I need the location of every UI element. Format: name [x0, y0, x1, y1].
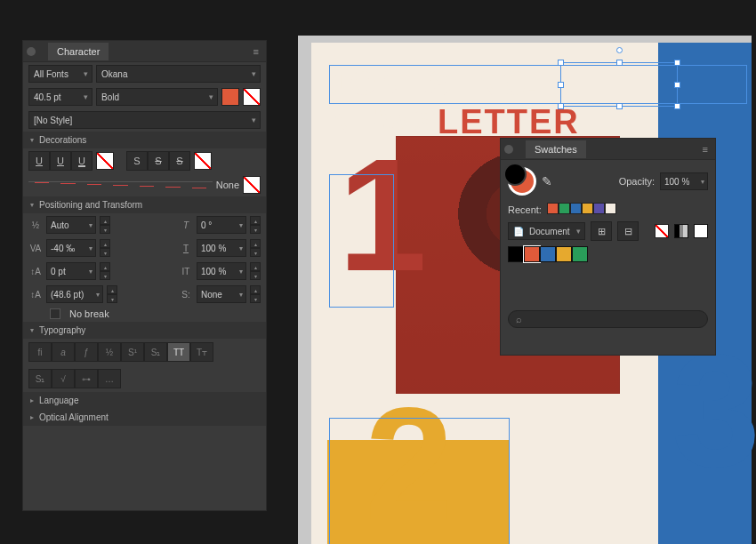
fraction-btn[interactable]: ½ — [98, 342, 121, 362]
underline-btn[interactable]: U — [28, 151, 50, 171]
handle-ml[interactable] — [558, 82, 564, 88]
character-style-dropdown[interactable]: [No Style] — [28, 111, 261, 129]
close-icon[interactable] — [27, 47, 36, 56]
swatch-view2-btn[interactable]: ⊟ — [617, 221, 639, 241]
allcaps-btn[interactable]: TT — [167, 342, 190, 362]
strike3-btn[interactable]: S — [169, 151, 190, 171]
swatches-panel: Swatches ≡ ✎ Opacity: 100 % Recent: 📄Doc… — [500, 138, 716, 356]
font-size-dropdown[interactable]: 40.5 pt — [28, 88, 92, 106]
frame-num1 — [329, 174, 394, 308]
vscale-icon: IT — [179, 267, 193, 276]
strike-btn[interactable]: S — [126, 151, 148, 171]
doc-swatch[interactable] — [572, 246, 588, 262]
kerning-input[interactable]: Auto — [46, 216, 96, 234]
fill-swatch[interactable] — [221, 88, 239, 106]
hscale-input[interactable]: 100 % — [197, 239, 246, 257]
swatch-view1-btn[interactable]: ⊞ — [591, 221, 612, 241]
opacity-input[interactable]: 100 % — [660, 172, 708, 190]
rotation-input[interactable]: 0 ° — [197, 216, 246, 234]
subscript-btn[interactable]: S₁ — [144, 342, 167, 362]
tracking-stepper[interactable]: ▴▾ — [100, 239, 110, 257]
recent-swatch[interactable] — [582, 203, 593, 214]
typo2-btn[interactable]: √ — [52, 369, 75, 388]
baseline-stepper[interactable]: ▴▾ — [100, 262, 110, 280]
recent-swatch[interactable] — [559, 203, 570, 214]
swatch-scope-dropdown[interactable]: 📄Document — [508, 222, 585, 240]
current-fill-swatch[interactable] — [508, 167, 536, 196]
typo-more-btn[interactable]: … — [98, 369, 121, 388]
handle-tl[interactable] — [558, 60, 564, 66]
font-collection-dropdown[interactable]: All Fonts — [28, 65, 92, 83]
font-weight-dropdown[interactable]: Bold — [96, 88, 218, 106]
typography-section-header[interactable]: Typography — [23, 322, 266, 339]
strike2-btn[interactable]: S — [148, 151, 169, 171]
hscale-stepper[interactable]: ▴▾ — [250, 239, 261, 257]
typo3-btn[interactable]: ⊶ — [75, 369, 98, 388]
handle-br[interactable] — [674, 103, 680, 109]
doc-swatch-selected[interactable] — [524, 246, 540, 262]
doc-swatch[interactable] — [540, 246, 556, 262]
character-panel: Character ≡ All Fonts Okana 40.5 pt Bold… — [22, 40, 267, 511]
stylistic-btn[interactable]: a — [52, 342, 75, 362]
rotate-handle[interactable] — [616, 47, 623, 53]
panel-menu-icon[interactable]: ≡ — [250, 46, 262, 57]
recent-swatch[interactable] — [593, 203, 605, 214]
no-break-checkbox[interactable] — [50, 308, 60, 319]
shear-stepper[interactable]: ▴▾ — [250, 285, 261, 303]
vscale-stepper[interactable]: ▴▾ — [250, 262, 261, 280]
decoration-line-preview — [28, 181, 213, 188]
vscale-input[interactable]: 100 % — [197, 262, 246, 280]
ligature-btn[interactable]: fi — [28, 342, 52, 362]
shear-input[interactable]: None — [197, 285, 246, 303]
recent-label: Recent: — [508, 204, 542, 215]
white-swatch[interactable] — [694, 224, 708, 238]
smallcaps-btn[interactable]: Tᴛ — [190, 342, 213, 362]
none-swatch[interactable] — [655, 224, 669, 238]
kerning-stepper[interactable]: ▴▾ — [100, 216, 110, 234]
swash-btn[interactable]: ƒ — [75, 342, 98, 362]
superscript-btn[interactable]: S¹ — [121, 342, 144, 362]
doc-swatch[interactable] — [556, 246, 572, 262]
handle-tm[interactable] — [616, 60, 623, 66]
tracking-input[interactable]: -40 ‰ — [46, 239, 96, 257]
character-tab[interactable]: Character — [48, 43, 109, 60]
recent-swatch[interactable] — [605, 203, 616, 214]
search-icon: ⌕ — [516, 314, 522, 324]
swatch-search-input[interactable]: ⌕ — [508, 310, 708, 328]
underline-color-swatch[interactable] — [96, 152, 114, 170]
rotation-stepper[interactable]: ▴▾ — [250, 216, 261, 234]
tracking-icon: VA — [28, 244, 43, 253]
text-frame-selection — [329, 65, 747, 104]
positioning-section-header[interactable]: Positioning and Transform — [23, 196, 266, 213]
double-underline-btn[interactable]: U — [71, 151, 92, 171]
handle-bm[interactable] — [616, 103, 623, 109]
doc-swatch[interactable] — [508, 246, 524, 262]
swatches-tab[interactable]: Swatches — [526, 140, 586, 158]
decorations-section-header[interactable]: Decorations — [23, 132, 266, 148]
eyedropper-icon[interactable]: ✎ — [542, 174, 552, 188]
leading-stepper[interactable]: ▴▾ — [107, 285, 117, 303]
underline2-btn[interactable]: U — [50, 151, 71, 171]
selected-text-box[interactable] — [560, 62, 678, 107]
swatches-menu-icon[interactable]: ≡ — [699, 144, 712, 155]
typo1-btn[interactable]: S₁ — [28, 369, 52, 388]
handle-mr[interactable] — [674, 82, 680, 88]
font-family-dropdown[interactable]: Okana — [96, 65, 261, 83]
recent-swatch[interactable] — [547, 203, 559, 214]
handle-bl[interactable] — [558, 103, 564, 109]
baseline-input[interactable]: 0 pt — [46, 262, 96, 280]
panel-header: Character ≡ — [23, 41, 266, 62]
decoration-color-swatch[interactable] — [243, 176, 261, 194]
stroke-swatch[interactable] — [243, 88, 261, 106]
swatches-close-icon[interactable] — [504, 145, 513, 154]
handle-tr[interactable] — [674, 60, 680, 66]
kerning-icon: ½ — [28, 220, 43, 230]
strike-color-swatch[interactable] — [194, 152, 212, 170]
document-swatches — [508, 246, 708, 262]
hscale-icon: T — [179, 244, 193, 253]
recent-swatch[interactable] — [570, 203, 582, 214]
optical-alignment-section-header[interactable]: Optical Alignment — [23, 409, 266, 426]
language-section-header[interactable]: Language — [23, 392, 266, 409]
registration-swatch[interactable] — [674, 224, 688, 238]
leading-input[interactable]: (48.6 pt) — [46, 285, 103, 303]
